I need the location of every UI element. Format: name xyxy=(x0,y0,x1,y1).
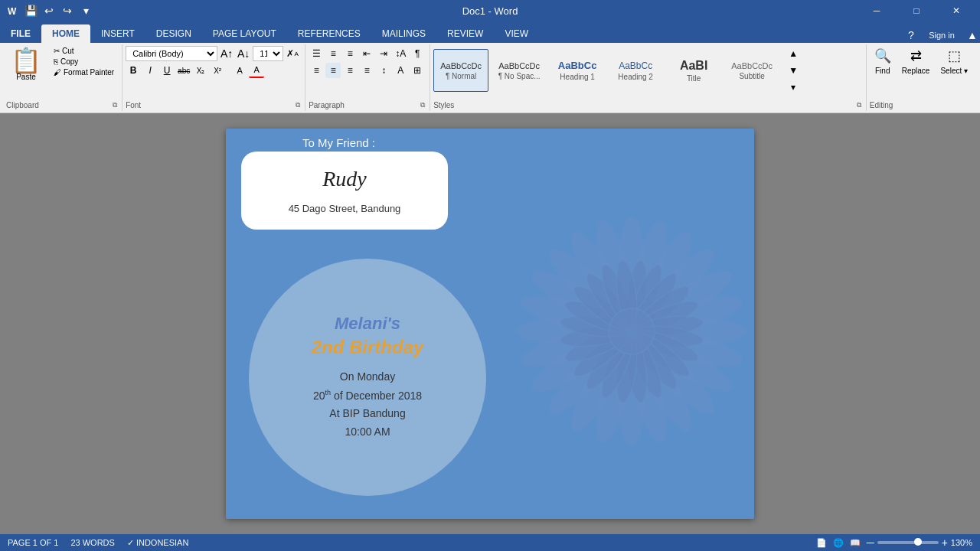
style-no-spacing[interactable]: AaBbCcDc ¶ No Spac... xyxy=(492,49,547,92)
styles-expand-btn[interactable]: ⧉ xyxy=(857,101,861,109)
redo-qa-btn[interactable]: ↪ xyxy=(60,3,75,18)
spell-check-icon: ✓ xyxy=(127,538,134,548)
quick-access-toolbar: 💾 ↩ ↪ ▾ xyxy=(23,3,93,18)
font-expand-btn[interactable]: ⧉ xyxy=(296,101,300,109)
style-nospace-label: ¶ No Spac... xyxy=(498,72,541,80)
format-painter-button[interactable]: 🖌 Format Painter xyxy=(51,67,117,77)
font-family-select[interactable]: Calibri (Body) xyxy=(126,46,217,61)
style-title[interactable]: AaBI Title xyxy=(666,49,721,92)
clipboard-group: 📋 Paste ✂ Cut ⎘ Copy 🖌 Format Painter C xyxy=(3,44,122,111)
zoom-out-btn[interactable]: ─ xyxy=(867,536,874,549)
party-time: 10:00 AM xyxy=(345,425,390,438)
highlight-color-btn[interactable]: A xyxy=(232,63,247,78)
editing-group: 🔍 Find ⇄ Replace ⬚ Select ▾ Editing xyxy=(867,44,977,111)
tab-insert[interactable]: INSERT xyxy=(90,24,145,43)
align-center-btn[interactable]: ≡ xyxy=(325,63,341,78)
find-button[interactable]: 🔍 Find xyxy=(870,46,896,77)
svg-text:W: W xyxy=(8,6,17,17)
clipboard-label: Clipboard xyxy=(6,101,39,109)
style-normal[interactable]: AaBbCcDc ¶ Normal xyxy=(433,49,488,92)
tab-home[interactable]: HOME xyxy=(41,24,90,43)
clear-format-btn[interactable]: ✗A xyxy=(285,46,300,61)
qa-dropdown-btn[interactable]: ▾ xyxy=(78,3,93,18)
font-group: Calibri (Body) A↑ A↓ 11 ✗A B I U abc X₂ … xyxy=(122,44,305,111)
zoom-thumb[interactable] xyxy=(914,538,922,546)
tab-view[interactable]: VIEW xyxy=(494,24,539,43)
show-hide-btn[interactable]: ¶ xyxy=(410,46,425,61)
replace-icon: ⇄ xyxy=(910,47,922,64)
style-h2-preview: AaBbCc xyxy=(619,60,652,71)
status-bar: PAGE 1 OF 1 23 WORDS ✓ INDONESIAN 📄 🌐 📖 … xyxy=(0,534,980,551)
numbering-btn[interactable]: ≡ xyxy=(325,46,341,61)
shading-btn[interactable]: A xyxy=(393,63,408,78)
help-btn[interactable]: ? xyxy=(903,28,919,43)
find-icon: 🔍 xyxy=(874,47,891,64)
title-bar-left: W 💾 ↩ ↪ ▾ xyxy=(6,3,93,18)
style-heading1[interactable]: AaBbCc Heading 1 xyxy=(550,49,605,92)
replace-button[interactable]: ⇄ Replace xyxy=(897,46,935,77)
copy-button[interactable]: ⎘ Copy xyxy=(51,57,117,67)
borders-btn[interactable]: ⊞ xyxy=(410,63,425,78)
maximize-btn[interactable]: □ xyxy=(899,0,934,21)
flower-background xyxy=(433,129,754,519)
underline-btn[interactable]: U xyxy=(159,63,175,78)
font-size-select[interactable]: 11 xyxy=(253,46,283,61)
style-subtitle[interactable]: AaBbCcDc Subtitle xyxy=(724,49,779,92)
align-right-btn[interactable]: ≡ xyxy=(342,63,358,78)
language-indicator[interactable]: ✓ INDONESIAN xyxy=(127,538,188,548)
tab-mailings[interactable]: MAILINGS xyxy=(371,24,436,43)
format-painter-icon: 🖌 xyxy=(54,68,61,77)
view-print-btn[interactable]: 📄 xyxy=(816,538,827,548)
increase-indent-btn[interactable]: ⇥ xyxy=(376,46,391,61)
multilevel-btn[interactable]: ≡ xyxy=(342,46,358,61)
title-bar: W 💾 ↩ ↪ ▾ Doc1 - Word ─ □ ✕ xyxy=(0,0,980,21)
zoom-control: ─ + 130% xyxy=(867,536,972,549)
view-read-btn[interactable]: 📖 xyxy=(850,538,861,548)
cut-button[interactable]: ✂ Cut xyxy=(51,46,117,56)
close-btn[interactable]: ✕ xyxy=(939,0,974,21)
paragraph-expand-btn[interactable]: ⧉ xyxy=(420,101,425,109)
paragraph-label: Paragraph xyxy=(309,101,345,109)
paragraph-group: ☰ ≡ ≡ ⇤ ⇥ ↕A ¶ ≡ ≡ ≡ ≡ ↕ A ⊞ Paragraph ⧉ xyxy=(305,44,430,111)
zoom-track[interactable] xyxy=(877,541,939,544)
clipboard-expand-btn[interactable]: ⧉ xyxy=(113,101,117,109)
decrease-indent-btn[interactable]: ⇤ xyxy=(359,46,374,61)
subscript-btn[interactable]: X₂ xyxy=(193,63,208,78)
collapse-ribbon-btn[interactable]: ▲ xyxy=(965,28,980,43)
view-web-btn[interactable]: 🌐 xyxy=(833,538,844,548)
signin-btn[interactable]: Sign in xyxy=(919,28,965,43)
tab-pagelayout[interactable]: PAGE LAYOUT xyxy=(202,24,287,43)
bullets-btn[interactable]: ☰ xyxy=(309,46,324,61)
paste-button[interactable]: 📋 Paste xyxy=(6,46,46,99)
style-nospace-preview: AaBbCcDc xyxy=(498,61,540,70)
align-left-btn[interactable]: ≡ xyxy=(309,63,324,78)
tab-review[interactable]: REVIEW xyxy=(436,24,494,43)
style-subtitle-preview: AaBbCcDc xyxy=(731,61,773,70)
justify-btn[interactable]: ≡ xyxy=(359,63,374,78)
styles-scroll-up-btn[interactable]: ▲ xyxy=(786,46,801,61)
party-date: 20th of December 2018 xyxy=(313,389,422,402)
copy-icon: ⎘ xyxy=(54,57,58,66)
line-spacing-btn[interactable]: ↕ xyxy=(376,63,391,78)
styles-scroll: AaBbCcDc ¶ Normal AaBbCcDc ¶ No Spac... … xyxy=(433,46,801,95)
sort-btn[interactable]: ↕A xyxy=(393,46,408,61)
tab-file[interactable]: FILE xyxy=(0,24,41,43)
ribbon: 📋 Paste ✂ Cut ⎘ Copy 🖌 Format Painter C xyxy=(0,43,980,113)
superscript-btn[interactable]: X² xyxy=(210,63,225,78)
tab-design[interactable]: DESIGN xyxy=(145,24,202,43)
styles-scroll-down-btn[interactable]: ▼ xyxy=(786,63,801,78)
strikethrough-btn[interactable]: abc xyxy=(176,63,191,78)
bold-btn[interactable]: B xyxy=(126,63,141,78)
style-heading2[interactable]: AaBbCc Heading 2 xyxy=(608,49,663,92)
minimize-btn[interactable]: ─ xyxy=(859,0,894,21)
font-size-decrease-btn[interactable]: A↓ xyxy=(236,46,251,61)
zoom-in-btn[interactable]: + xyxy=(942,536,948,549)
tab-references[interactable]: REFERENCES xyxy=(287,24,371,43)
undo-qa-btn[interactable]: ↩ xyxy=(41,3,57,18)
save-qa-btn[interactable]: 💾 xyxy=(23,3,38,18)
font-size-increase-btn[interactable]: A↑ xyxy=(219,46,234,61)
font-color-btn[interactable]: A xyxy=(249,63,264,78)
italic-btn[interactable]: I xyxy=(142,63,158,78)
styles-more-btn[interactable]: ▾ xyxy=(786,80,801,95)
select-button[interactable]: ⬚ Select ▾ xyxy=(936,46,972,77)
